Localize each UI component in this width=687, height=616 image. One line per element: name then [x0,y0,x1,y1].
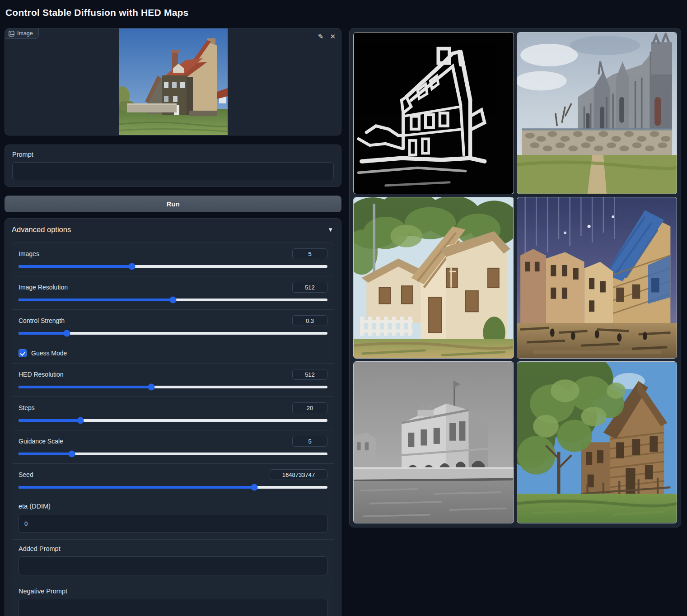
eta-label: eta (DDIM) [19,503,327,510]
control-strength-value-input[interactable]: 0.3 [292,315,327,326]
images-slider-handle[interactable] [129,263,136,270]
guess-mode-label: Guess Mode [31,350,67,357]
grayscale-building-image [354,362,514,523]
added-prompt-row: Added Prompt [12,540,334,582]
clear-image-icon[interactable]: ✕ [330,33,336,40]
prompt-panel: Prompt [5,145,341,187]
advanced-options-title: Advanced options [12,225,71,234]
slider-row-images: Images 5 [12,243,334,276]
gallery-item-hed-edge-map[interactable] [353,32,514,194]
steps-slider[interactable] [19,419,327,422]
negative-prompt-input[interactable] [19,599,327,616]
controls-column: Image ✎ ✕ [5,28,341,616]
eta-row: eta (DDIM) 0 [12,497,334,540]
gallery-item-painted-cottage[interactable] [353,197,514,359]
negative-prompt-row: Negative Prompt [12,582,334,616]
hed-resolution-slider-handle[interactable] [148,384,155,391]
edit-image-icon[interactable]: ✎ [318,33,324,40]
collapse-arrow-icon[interactable]: ▼ [327,226,333,233]
guidance-scale-value-input[interactable]: 5 [292,436,327,447]
run-button[interactable]: Run [5,196,341,212]
eta-input[interactable]: 0 [19,514,327,533]
impressionist-street-image [517,197,677,359]
image-resolution-label: Image Resolution [19,284,68,291]
gallery-item-gothic-cathedral[interactable] [517,32,678,194]
page-title: Control Stable Diffusion with HED Maps [5,7,681,18]
image-icon [9,31,14,37]
added-prompt-label: Added Prompt [19,545,327,552]
slider-row-seed: Seed 1648733747 [12,464,334,497]
advanced-options-panel: Advanced options ▼ Images 5 [5,218,341,616]
hed-resolution-value-input[interactable]: 512 [292,369,327,380]
negative-prompt-label: Negative Prompt [19,588,327,595]
guess-mode-row: Guess Mode [12,343,334,364]
added-prompt-input[interactable] [19,556,327,575]
uploaded-house-photo [119,28,228,135]
control-strength-label: Control Strength [19,317,65,324]
image-input-label-badge: Image [5,28,39,39]
gallery-item-grayscale-building[interactable] [353,361,514,523]
image-resolution-slider[interactable] [19,299,327,301]
image-input-panel[interactable]: Image ✎ ✕ [5,28,341,135]
hed-resolution-label: HED Resolution [19,371,64,378]
wooden-house-trees-image [517,362,677,523]
image-resolution-slider-handle[interactable] [170,297,177,303]
gallery-item-wooden-house-trees[interactable] [517,361,678,523]
control-strength-slider[interactable] [19,332,327,335]
slider-row-hed-resolution: HED Resolution 512 [12,364,334,397]
images-label: Images [19,250,39,257]
image-input-label: Image [17,30,33,37]
slider-row-control-strength: Control Strength 0.3 [12,310,334,343]
steps-label: Steps [19,404,35,411]
steps-value-input[interactable]: 20 [292,402,327,413]
guidance-scale-slider-handle[interactable] [68,451,75,457]
images-value-input[interactable]: 5 [292,248,327,259]
guess-mode-checkbox[interactable] [19,349,27,357]
seed-slider-handle[interactable] [251,484,257,491]
seed-slider[interactable] [19,486,327,489]
app-root: Control Stable Diffusion with HED Maps I… [0,0,687,616]
advanced-options-group: Images 5 Image Resolution 512 [12,243,334,616]
seed-label: Seed [19,471,33,478]
result-gallery [349,28,681,527]
guidance-scale-label: Guidance Scale [19,438,63,445]
slider-row-steps: Steps 20 [12,397,334,430]
painted-cottage-image [354,197,514,359]
image-resolution-value-input[interactable]: 512 [292,282,327,293]
prompt-label: Prompt [12,151,334,158]
guidance-scale-slider[interactable] [19,453,327,455]
control-strength-slider-handle[interactable] [64,330,70,337]
prompt-input[interactable] [12,162,334,180]
gallery-item-impressionist-street[interactable] [517,197,678,359]
advanced-options-accordion[interactable]: Advanced options ▼ [5,219,341,240]
images-slider[interactable] [19,265,327,268]
seed-value-input[interactable]: 1648733747 [270,469,327,480]
gothic-cathedral-image [517,33,677,194]
slider-row-image-resolution: Image Resolution 512 [12,276,334,310]
steps-slider-handle[interactable] [77,417,84,424]
slider-row-guidance-scale: Guidance Scale 5 [12,430,334,464]
hed-edge-map-image [354,33,514,194]
hed-resolution-slider[interactable] [19,386,327,388]
